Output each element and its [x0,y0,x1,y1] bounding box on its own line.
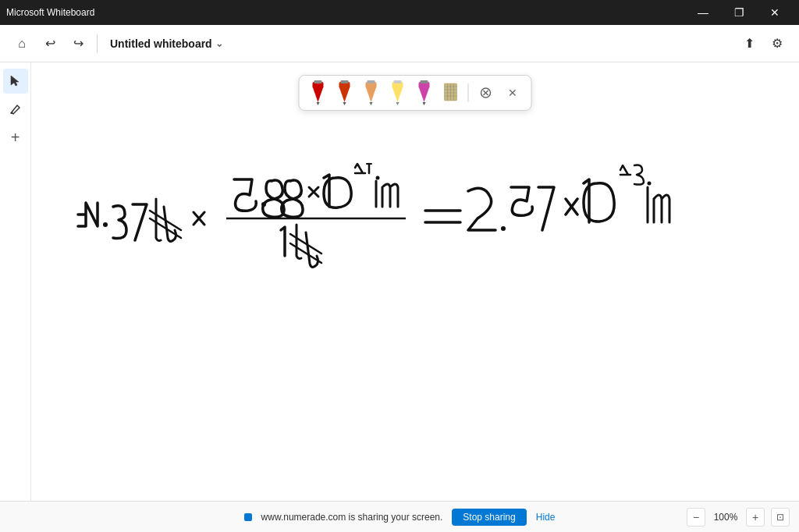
appbar: ⌂ ↩ ↪ Untitled whiteboard ⌄ ⬆ ⚙ [0,25,799,62]
svg-marker-4 [317,102,320,105]
restore-button[interactable]: ❐ [721,0,757,25]
zoom-out-button[interactable]: − [687,508,705,527]
cursor-icon [9,75,22,87]
undo-button[interactable]: ↩ [37,31,62,56]
svg-rect-3 [314,80,322,83]
svg-marker-8 [343,102,346,105]
svg-rect-15 [394,80,402,83]
svg-marker-20 [423,102,426,105]
svg-point-42 [501,226,506,231]
pen-tool[interactable] [3,97,28,122]
canvas-area[interactable]: ✕ [31,62,799,501]
svg-marker-9 [366,87,377,102]
select-tool[interactable] [3,69,28,94]
titlebar: Microsoft Whiteboard — ❐ ✕ [0,0,799,25]
add-tool[interactable]: + [3,125,28,150]
zoom-in-button[interactable]: + [746,508,765,527]
close-button[interactable]: ✕ [757,0,793,25]
plus-icon: + [11,129,20,147]
pen-orange[interactable] [360,80,382,105]
ruler-icon [442,79,460,105]
svg-marker-13 [392,87,403,102]
pen-pink-icon [416,79,433,105]
chevron-down-icon: ⌄ [215,38,223,49]
math-equation [62,156,799,312]
pen-red[interactable] [307,80,329,105]
pen-pink[interactable] [414,80,435,105]
whiteboard-name-label: Untitled whiteboard [110,37,212,50]
close-icon: ✕ [508,87,517,99]
fit-icon: ⊡ [776,512,784,523]
svg-marker-1 [313,87,324,102]
svg-marker-12 [370,102,373,105]
home-button[interactable]: ⌂ [9,31,34,56]
titlebar-controls: — ❐ ✕ [685,0,793,25]
svg-point-43 [648,182,652,186]
zoom-level-label: 100% [712,512,740,523]
stop-sharing-button[interactable]: Stop sharing [452,509,526,526]
minimize-button[interactable]: — [685,0,721,25]
svg-line-39 [290,243,321,263]
equation-svg [62,156,799,312]
pen-orange-icon [363,79,380,105]
svg-point-32 [103,222,108,227]
hide-button[interactable]: Hide [536,512,556,523]
whiteboard-title[interactable]: Untitled whiteboard ⌄ [104,34,229,53]
pen-red-icon [310,79,327,105]
svg-marker-5 [339,87,350,102]
pen-toolbar-divider [468,83,469,102]
sharing-message: www.numerade.com is sharing your screen. [261,512,443,523]
zoom-controls: − 100% + ⊡ [687,508,790,527]
pen-darkred[interactable] [334,80,356,105]
share-button[interactable]: ⬆ [737,31,762,56]
pen-ruler[interactable] [440,80,462,105]
sharing-bar: www.numerade.com is sharing your screen.… [0,501,799,532]
fit-screen-button[interactable]: ⊡ [771,508,790,527]
svg-point-36 [376,176,380,180]
pen-yellow[interactable] [387,80,409,105]
pen-darkred-icon [336,79,353,105]
svg-rect-11 [368,80,375,83]
appbar-right: ⬆ ⚙ [737,31,790,56]
pen-icon [9,103,22,115]
titlebar-left: Microsoft Whiteboard [6,7,94,18]
eraser-icon [480,87,492,99]
left-toolbar: + [0,62,31,501]
app-name: Microsoft Whiteboard [6,7,94,18]
sharing-indicator [244,513,252,521]
eraser-button[interactable] [475,82,497,104]
settings-button[interactable]: ⚙ [765,31,790,56]
svg-marker-17 [419,87,430,102]
svg-rect-19 [421,80,428,83]
svg-marker-0 [11,76,19,86]
pen-toolbar: ✕ [299,75,532,111]
appbar-divider [97,34,98,53]
svg-rect-7 [341,80,349,83]
close-pen-toolbar-button[interactable]: ✕ [502,82,524,104]
redo-button[interactable]: ↪ [66,31,91,56]
main-area: + [0,62,799,501]
pen-yellow-icon [389,79,407,105]
svg-marker-16 [396,102,400,105]
